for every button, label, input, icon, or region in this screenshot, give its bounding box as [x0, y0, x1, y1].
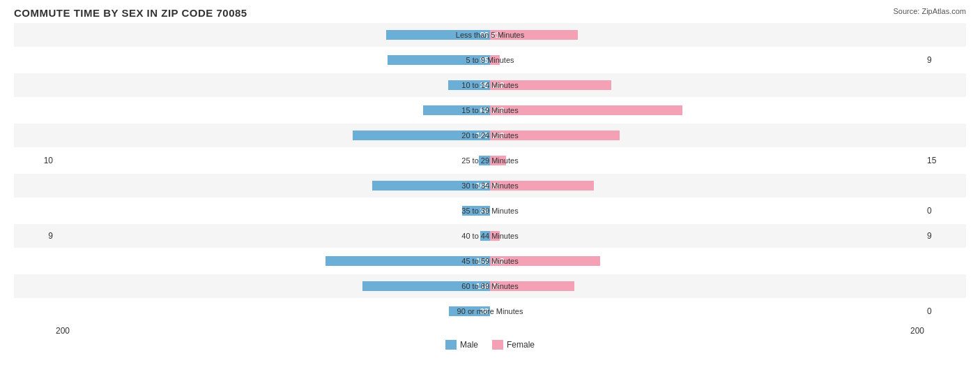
- legend-label: Male: [460, 340, 478, 350]
- table-row: 118 78 60 to 89 Minutes: [14, 274, 966, 298]
- table-row: 109 96 30 to 34 Minutes: [14, 174, 966, 198]
- table-row: 95 5 to 9 Minutes 9: [14, 48, 966, 72]
- row-label: 35 to 39 Minutes: [461, 207, 518, 215]
- chart-title: COMMUTE TIME BY SEX IN ZIP CODE 70085: [14, 7, 966, 19]
- row-label: 15 to 19 Minutes: [461, 106, 518, 114]
- table-row: 127 120 20 to 24 Minutes: [14, 124, 966, 147]
- table-row: 152 102 45 to 59 Minutes: [14, 249, 966, 273]
- row-label: 40 to 44 Minutes: [461, 232, 518, 240]
- table-row: 10 25 to 29 Minutes 15: [14, 149, 966, 172]
- female-value: 15: [924, 156, 966, 165]
- bars-wrapper: 39 112 10 to 14 Minutes: [56, 75, 924, 96]
- male-value: 9: [14, 231, 56, 241]
- legend: MaleFemale: [14, 340, 966, 350]
- legend-item: Male: [445, 340, 478, 350]
- bars-wrapper: 109 96 30 to 34 Minutes: [56, 175, 924, 196]
- bars-wrapper: 25 to 29 Minutes: [56, 150, 924, 171]
- bars-wrapper: 127 120 20 to 24 Minutes: [56, 125, 924, 146]
- bars-wrapper: 38 90 or more Minutes: [56, 301, 924, 322]
- female-value: 0: [924, 306, 966, 316]
- table-row: 9 40 to 44 Minutes 9: [14, 224, 966, 248]
- row-label: 25 to 29 Minutes: [461, 156, 518, 165]
- axis-left: 200: [56, 326, 70, 336]
- bars-wrapper: 40 to 44 Minutes: [56, 225, 924, 246]
- row-label: 30 to 34 Minutes: [461, 181, 518, 190]
- source-label: Source: ZipAtlas.com: [893, 7, 966, 15]
- bars-wrapper: 26 35 to 39 Minutes: [56, 200, 924, 221]
- legend-item: Female: [492, 340, 535, 350]
- row-label: Less than 5 Minutes: [456, 31, 524, 39]
- rows-area: 96 81 Less than 5 Minutes 95 5 to 9 Minu…: [14, 23, 966, 323]
- female-value: 9: [924, 231, 966, 241]
- table-row: 96 81 Less than 5 Minutes: [14, 23, 966, 47]
- bars-wrapper: 95 5 to 9 Minutes: [56, 50, 924, 70]
- axis-right: 200: [910, 326, 924, 336]
- legend-label: Female: [507, 340, 535, 350]
- legend-color-box: [492, 340, 503, 350]
- bars-wrapper: 62 178 15 to 19 Minutes: [56, 100, 924, 121]
- chart-container: COMMUTE TIME BY SEX IN ZIP CODE 70085 So…: [0, 0, 980, 365]
- female-bar: 178: [490, 105, 682, 115]
- table-row: 26 35 to 39 Minutes 0: [14, 199, 966, 223]
- bars-wrapper: 152 102 45 to 59 Minutes: [56, 251, 924, 271]
- axis-labels: 200 200: [14, 326, 966, 336]
- bars-wrapper: 118 78 60 to 89 Minutes: [56, 276, 924, 297]
- table-row: 62 178 15 to 19 Minutes: [14, 98, 966, 122]
- male-value: 10: [14, 156, 56, 165]
- table-row: 39 112 10 to 14 Minutes: [14, 73, 966, 97]
- row-label: 60 to 89 Minutes: [461, 282, 518, 290]
- table-row: 38 90 or more Minutes 0: [14, 299, 966, 323]
- row-label: 20 to 24 Minutes: [461, 131, 518, 140]
- female-value: 9: [924, 55, 966, 65]
- row-label: 90 or more Minutes: [457, 307, 523, 315]
- legend-color-box: [445, 340, 457, 350]
- row-label: 5 to 9 Minutes: [466, 56, 514, 64]
- row-label: 45 to 59 Minutes: [461, 257, 518, 265]
- row-label: 10 to 14 Minutes: [461, 81, 518, 89]
- female-value: 0: [924, 206, 966, 216]
- bars-wrapper: 96 81 Less than 5 Minutes: [56, 24, 924, 45]
